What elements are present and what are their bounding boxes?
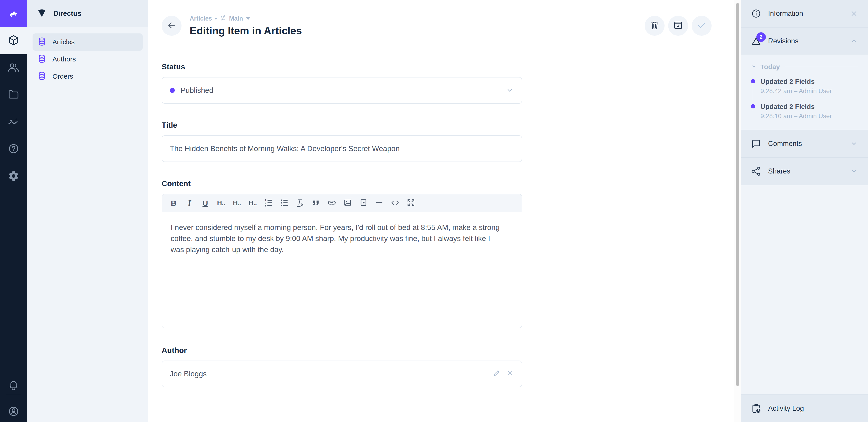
main-content: Articles • Main Editing Item in Articles <box>148 0 734 422</box>
sidebar-item-orders[interactable]: Orders <box>33 68 143 85</box>
module-users[interactable] <box>0 54 27 81</box>
field-content: Content B I U H.. H.. H.. 123 <box>162 179 522 328</box>
module-files[interactable] <box>0 81 27 108</box>
fullscreen-icon <box>406 198 415 208</box>
heading-2-icon: H.. <box>233 199 241 207</box>
database-icon <box>37 54 46 64</box>
revision-title: Updated 2 Fields <box>761 78 858 86</box>
author-label: Author <box>162 346 522 355</box>
image-button[interactable] <box>340 196 355 210</box>
select-chevron[interactable] <box>505 86 514 95</box>
content-label: Content <box>162 179 522 188</box>
code-button[interactable] <box>387 196 403 210</box>
comments-label: Comments <box>768 140 802 148</box>
page-title: Editing Item in Articles <box>190 25 302 37</box>
user-menu-button[interactable] <box>0 398 27 422</box>
back-button[interactable] <box>162 16 182 36</box>
author-relation[interactable]: Joe Bloggs <box>162 361 522 387</box>
date-group-rule <box>785 67 858 67</box>
horizontal-rule-button[interactable] <box>371 196 387 210</box>
breadcrumb[interactable]: Articles • Main <box>190 14 302 23</box>
project-icon <box>37 8 47 19</box>
title-input[interactable]: The Hidden Benefits of Morning Walks: A … <box>162 135 522 162</box>
heading-2-button[interactable]: H.. <box>229 196 245 210</box>
shares-section[interactable]: Shares <box>741 158 868 185</box>
bold-button[interactable]: B <box>166 196 182 210</box>
blockquote-button[interactable] <box>308 196 324 210</box>
editor-body[interactable]: I never considered myself a morning pers… <box>162 213 522 328</box>
italic-button[interactable]: I <box>182 196 197 210</box>
revisions-section[interactable]: 2 Revisions <box>741 28 868 55</box>
scrollbar-thumb[interactable] <box>736 3 739 386</box>
sidebar-item-authors[interactable]: Authors <box>33 51 143 68</box>
module-insights[interactable] <box>0 108 27 135</box>
save-button[interactable] <box>692 16 712 36</box>
svg-text:3: 3 <box>265 204 266 207</box>
collection-list: Articles Authors Orders <box>27 27 148 85</box>
revision-entry[interactable]: Updated 2 Fields 9:28:42 am – Admin User <box>761 78 858 95</box>
information-section[interactable]: Information <box>741 0 868 28</box>
share-icon <box>751 166 761 176</box>
database-icon <box>37 37 46 47</box>
main-scrollbar <box>734 0 741 422</box>
chevron-down-icon[interactable] <box>850 167 858 175</box>
sidebar-item-articles[interactable]: Articles <box>33 33 143 51</box>
sidebar-item-label: Authors <box>53 55 76 63</box>
ordered-list-button[interactable]: 123 <box>260 196 276 210</box>
breadcrumb-collection[interactable]: Articles <box>190 15 212 22</box>
revisions-icon: 2 <box>751 36 761 46</box>
heading-1-icon: H.. <box>217 199 225 207</box>
revision-dot <box>751 104 755 108</box>
directus-logo-button[interactable] <box>0 0 27 27</box>
revision-entry[interactable]: Updated 2 Fields 9:28:10 am – Admin User <box>761 103 858 120</box>
bullet-list-icon <box>280 198 289 208</box>
deselect-x-icon[interactable] <box>505 369 514 379</box>
heading-1-button[interactable]: H.. <box>213 196 229 210</box>
comments-section[interactable]: Comments <box>741 130 868 158</box>
chevron-down-icon[interactable] <box>850 140 858 148</box>
wysiwyg-editor: B I U H.. H.. H.. 123 <box>162 194 522 328</box>
clear-format-icon <box>296 198 305 208</box>
directus-app: Directus Articles Authors Orders <box>0 0 868 422</box>
module-bar-divider <box>6 395 21 395</box>
edit-pencil-icon[interactable] <box>492 369 501 379</box>
trash-icon <box>649 20 660 31</box>
breadcrumb-version[interactable]: Main <box>229 15 243 22</box>
clear-format-button[interactable] <box>292 196 308 210</box>
arrow-left-icon <box>166 20 177 31</box>
title-value: The Hidden Benefits of Morning Walks: A … <box>170 144 400 153</box>
heading-3-button[interactable]: H.. <box>245 196 260 210</box>
module-help[interactable] <box>0 135 27 163</box>
field-author: Author Joe Bloggs <box>162 346 522 387</box>
archive-button[interactable] <box>668 16 688 36</box>
project-name: Directus <box>53 9 81 18</box>
revision-meta: 9:28:42 am – Admin User <box>761 88 858 95</box>
module-bar <box>0 0 27 422</box>
activity-log-icon <box>751 403 761 414</box>
sidebar-filler <box>741 185 868 394</box>
close-sidebar-button[interactable] <box>850 9 858 18</box>
revision-date-group[interactable]: Today <box>751 61 858 73</box>
content-module-icon <box>8 34 20 47</box>
video-icon <box>359 198 368 208</box>
project-switcher[interactable]: Directus <box>27 0 148 27</box>
delete-button[interactable] <box>645 16 664 36</box>
revisions-list: Today Updated 2 Fields 9:28:42 am – Admi… <box>741 55 868 130</box>
video-button[interactable] <box>355 196 371 210</box>
title-label: Title <box>162 121 522 129</box>
status-select[interactable]: Published <box>162 77 522 104</box>
field-status: Status Published <box>162 62 522 104</box>
chevron-up-icon[interactable] <box>850 37 858 45</box>
fullscreen-button[interactable] <box>403 196 419 210</box>
gear-icon <box>8 170 20 183</box>
activity-log-section[interactable]: Activity Log <box>741 394 868 422</box>
underline-button[interactable]: U <box>197 196 213 210</box>
module-settings[interactable] <box>0 163 27 190</box>
bullet-list-button[interactable] <box>276 196 292 210</box>
module-content[interactable] <box>0 27 27 54</box>
link-button[interactable] <box>324 196 340 210</box>
code-icon <box>391 198 400 208</box>
folder-icon <box>8 89 20 101</box>
nav-sidebar: Directus Articles Authors Orders <box>27 0 148 422</box>
header-actions <box>645 16 712 36</box>
